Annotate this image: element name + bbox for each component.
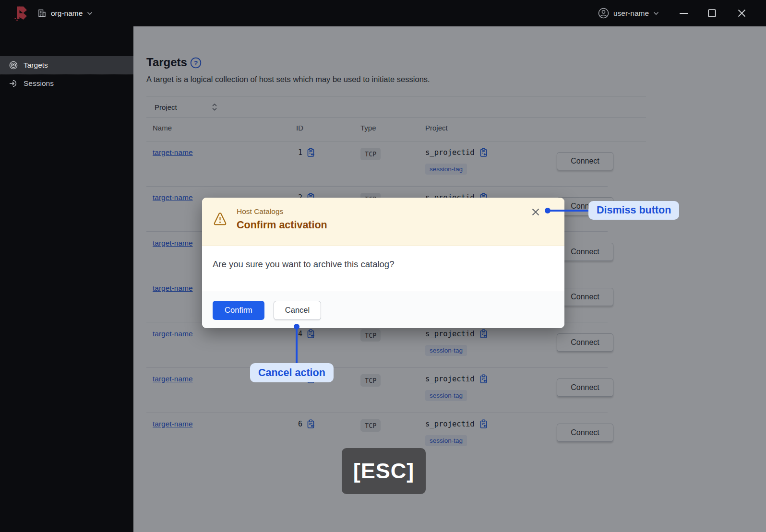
titlebar: org-name user-name xyxy=(0,0,766,26)
chevron-down-icon xyxy=(87,12,93,15)
dialog-tagline: Host Catalogs xyxy=(237,207,283,216)
close-x-icon xyxy=(531,207,540,217)
session-login-icon xyxy=(9,79,18,88)
window-close-button[interactable] xyxy=(733,0,750,26)
user-avatar-icon xyxy=(598,8,609,19)
chevron-down-icon xyxy=(653,12,659,15)
dialog-dismiss-button[interactable] xyxy=(529,206,542,218)
confirm-button[interactable]: Confirm xyxy=(213,301,264,320)
sidebar-item-label: Sessions xyxy=(24,79,54,88)
sidebar-item-targets[interactable]: Targets xyxy=(0,56,133,74)
sidebar: Targets Sessions xyxy=(0,26,133,532)
window-maximize-button[interactable] xyxy=(704,0,720,26)
target-bullseye-icon xyxy=(9,61,18,70)
boundary-app-window: org-name user-name xyxy=(0,0,766,532)
cancel-button[interactable]: Cancel xyxy=(274,301,321,320)
annotation-cancel-label: Cancel action xyxy=(250,363,334,382)
sidebar-item-label: Targets xyxy=(24,61,48,70)
annotation-connector-line xyxy=(548,210,590,212)
confirm-dialog: Host Catalogs Confirm activation Are you… xyxy=(202,198,564,328)
annotation-dismiss-label: Dismiss button xyxy=(588,201,679,220)
org-name-label: org-name xyxy=(51,9,83,18)
dialog-title: Confirm activation xyxy=(237,219,327,231)
window-minimize-button[interactable] xyxy=(676,0,692,26)
sidebar-item-sessions[interactable]: Sessions xyxy=(0,74,133,93)
warning-triangle-icon xyxy=(213,212,227,226)
annotation-connector-line xyxy=(296,327,298,363)
user-menu-dropdown[interactable]: user-name xyxy=(598,0,659,26)
org-scope-dropdown[interactable]: org-name xyxy=(37,0,93,26)
dialog-warning-header: Host Catalogs Confirm activation xyxy=(202,198,564,246)
dialog-message: Are you sure you want to archive this ca… xyxy=(213,259,394,270)
boundary-logo-icon xyxy=(14,5,30,21)
user-name-label: user-name xyxy=(613,9,649,18)
org-building-icon xyxy=(37,9,47,18)
esc-key-badge: [ESC] xyxy=(342,448,426,494)
dialog-footer: Confirm Cancel xyxy=(202,292,564,328)
